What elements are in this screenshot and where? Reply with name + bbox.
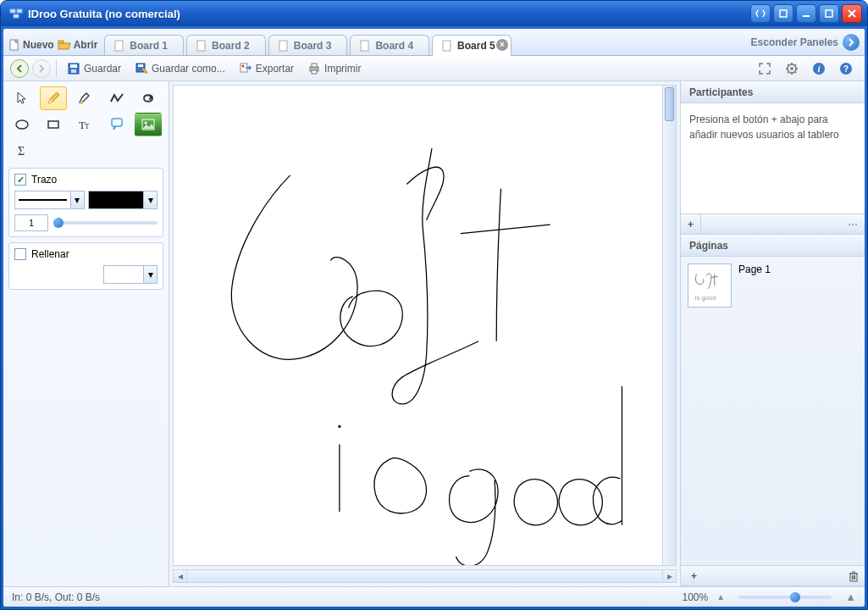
print-label: Imprimir (324, 63, 361, 75)
tab-label: Board 5 (457, 40, 495, 52)
line-style-combo[interactable]: ▾ (14, 191, 85, 209)
zoom-slider[interactable] (738, 596, 832, 599)
tab-label: Board 2 (212, 40, 250, 52)
fill-group: Rellenar ▾ (8, 242, 163, 290)
highlighter-tool[interactable] (71, 86, 98, 110)
zoom-in-icon[interactable]: ▲ (845, 591, 856, 603)
slider-thumb[interactable] (53, 218, 64, 228)
tab-close-icon[interactable]: × (496, 39, 508, 51)
new-label: Nuevo (23, 39, 54, 51)
formula-tool[interactable]: Σ (8, 139, 36, 163)
info-button[interactable]: i (807, 59, 831, 78)
svg-rect-9 (197, 41, 205, 51)
delete-page-button[interactable] (848, 570, 860, 582)
line-tool[interactable] (103, 86, 130, 110)
hide-panels-button[interactable]: Esconder Paneles (751, 34, 860, 55)
save-button[interactable]: Guardar (62, 59, 126, 78)
participants-section: Participantes Presiona el botón + abajo … (681, 81, 865, 235)
close-button[interactable] (842, 4, 862, 23)
new-board-button[interactable]: Nuevo (8, 39, 54, 51)
image-tool[interactable] (135, 113, 162, 136)
tab-board-5[interactable]: Board 5 × (432, 35, 511, 56)
tab-board-1[interactable]: Board 1 (104, 35, 184, 55)
vertical-scrollbar[interactable] (662, 86, 676, 565)
freehand-shape-tool[interactable] (135, 86, 162, 110)
add-page-button[interactable]: + (686, 570, 702, 582)
zoom-out-icon[interactable]: ▲ (716, 592, 725, 602)
scrollbar-thumb[interactable] (665, 87, 674, 121)
scroll-left-icon[interactable]: ◂ (174, 570, 187, 582)
participants-header: Participantes (681, 81, 865, 103)
save-as-label: Guardar como... (152, 63, 225, 75)
winbtn-extra-1[interactable] (750, 4, 771, 23)
tabbar: Nuevo Abrir Board 1 Board 2 Board 3 (3, 29, 865, 56)
tab-board-4[interactable]: Board 4 (350, 35, 429, 55)
nav-forward-button[interactable] (32, 59, 51, 78)
svg-point-37 (16, 120, 28, 129)
ellipse-tool[interactable] (8, 113, 36, 136)
tab-board-3[interactable]: Board 3 (268, 35, 348, 55)
svg-rect-10 (279, 41, 287, 51)
svg-text:is good: is good (695, 294, 716, 302)
zoom-value: 100% (683, 591, 709, 603)
canvas-area: ◂ ▸ (169, 81, 680, 586)
stroke-checkbox[interactable] (14, 174, 26, 186)
zoom-slider-thumb[interactable] (790, 592, 800, 602)
print-button[interactable]: Imprimir (302, 59, 366, 78)
app-window: IDroo Gratuita (no comercial) Nuevo Abri… (0, 0, 868, 610)
floppy-icon (67, 62, 80, 75)
fill-label: Rellenar (31, 248, 69, 260)
export-icon (239, 62, 252, 75)
nav-back-button[interactable] (10, 59, 29, 78)
stroke-color-swatch (89, 191, 144, 208)
svg-rect-38 (48, 121, 58, 128)
horizontal-scrollbar[interactable]: ◂ ▸ (173, 569, 677, 583)
fill-color-combo[interactable]: ▾ (103, 265, 158, 284)
stroke-color-combo[interactable]: ▾ (88, 191, 158, 209)
tab-label: Board 3 (294, 40, 332, 52)
add-participant-button[interactable]: + (681, 214, 701, 235)
workspace: TT Σ Trazo ▾ (3, 81, 865, 586)
stroke-group: Trazo ▾ ▾ (8, 168, 163, 237)
inner-frame: Nuevo Abrir Board 1 Board 2 Board 3 (3, 29, 865, 607)
pencil-tool[interactable] (40, 86, 67, 110)
svg-point-44 (339, 425, 340, 427)
settings-button[interactable] (780, 59, 804, 78)
status-bar: In: 0 B/s, Out: 0 B/s 100% ▲ ▲ (3, 586, 865, 607)
speech-bubble-tool[interactable] (103, 113, 130, 136)
line-swatch (19, 199, 67, 201)
hide-panels-label: Esconder Paneles (751, 36, 838, 48)
text-tool[interactable]: TT (71, 113, 98, 136)
export-button[interactable]: Exportar (234, 59, 299, 78)
whiteboard-canvas[interactable] (173, 85, 677, 566)
io-status: In: 0 B/s, Out: 0 B/s (12, 591, 100, 603)
tab-board-2[interactable]: Board 2 (186, 35, 266, 55)
open-board-button[interactable]: Abrir (58, 39, 98, 51)
page-item-1[interactable]: is good Page 1 (681, 257, 865, 314)
winbtn-extra-2[interactable] (773, 4, 793, 23)
svg-rect-5 (826, 10, 832, 17)
window-title: IDroo Gratuita (no comercial) (28, 8, 750, 20)
page-label: Page 1 (738, 263, 771, 275)
fullscreen-button[interactable] (753, 59, 777, 78)
line-width-slider[interactable] (53, 221, 158, 225)
participants-collapse-icon[interactable]: ⋯ (841, 219, 865, 230)
svg-rect-8 (115, 41, 123, 51)
left-tool-panel: TT Σ Trazo ▾ (3, 81, 169, 586)
save-as-button[interactable]: Guardar como... (130, 59, 230, 78)
fill-checkbox[interactable] (14, 248, 26, 260)
help-icon: ? (839, 62, 853, 75)
maximize-button[interactable] (819, 4, 839, 23)
info-icon: i (812, 62, 826, 75)
minimize-button[interactable] (796, 4, 816, 23)
rectangle-tool[interactable] (40, 113, 67, 136)
scroll-right-icon[interactable]: ▸ (662, 570, 676, 582)
select-tool[interactable] (8, 86, 36, 110)
page-thumbnail: is good (688, 263, 732, 308)
line-width-input[interactable] (14, 214, 48, 231)
svg-rect-12 (443, 41, 451, 51)
handwriting-drawing (174, 86, 676, 566)
help-button[interactable]: ? (834, 59, 858, 78)
tab-label: Board 1 (130, 40, 168, 52)
svg-line-32 (788, 71, 789, 73)
